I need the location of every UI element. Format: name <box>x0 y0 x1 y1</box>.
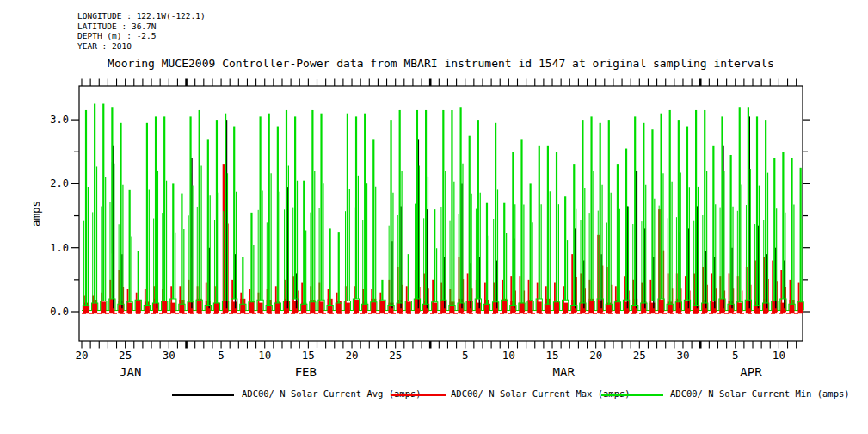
x-tick-label: 30 <box>163 349 175 362</box>
x-tick-label: 10 <box>258 349 271 362</box>
y-tick-label: 0.0 <box>50 306 69 318</box>
x-tick-label: 15 <box>302 349 315 362</box>
legend-label-min: ADC00/ N Solar Current Min (amps) <box>670 388 850 399</box>
legend-line-avg <box>172 394 234 396</box>
x-tick-label: 5 <box>218 349 225 362</box>
month-label: APR <box>740 365 762 379</box>
x-tick-label: 25 <box>389 349 402 362</box>
y-tick-label: 1.0 <box>50 242 69 254</box>
x-tick-label: 30 <box>676 349 689 362</box>
x-tick-label: 20 <box>589 349 602 362</box>
month-label: MAR <box>553 365 576 379</box>
y-tick-label: 2.0 <box>50 177 69 189</box>
legend-line-max <box>391 394 446 396</box>
legend-label-max: ADC00/ N Solar Current Max (amps) <box>451 388 631 399</box>
x-tick-label: 20 <box>345 349 358 362</box>
power-timeseries-chart: 0.01.02.03.0amps202530510152025510152025… <box>0 0 868 434</box>
month-label: JAN <box>120 365 141 379</box>
x-tick-label: 25 <box>633 349 646 362</box>
x-tick-label: 25 <box>119 349 132 362</box>
x-tick-label: 10 <box>502 349 515 362</box>
x-tick-label: 20 <box>75 349 88 362</box>
legend-label-avg: ADC00/ N Solar Current Avg (amps) <box>242 388 422 399</box>
x-tick-label: 5 <box>732 349 739 362</box>
x-tick-label: 15 <box>545 349 558 362</box>
plot-page: LONGITUDE : 122.1W(-122.1) LATITUDE : 36… <box>0 0 868 434</box>
x-tick-label: 5 <box>462 349 469 362</box>
legend-line-min <box>601 394 663 396</box>
y-axis-label: amps <box>29 201 42 226</box>
y-tick-label: 3.0 <box>50 114 69 126</box>
month-label: FEB <box>295 365 317 379</box>
x-tick-label: 10 <box>773 349 785 362</box>
